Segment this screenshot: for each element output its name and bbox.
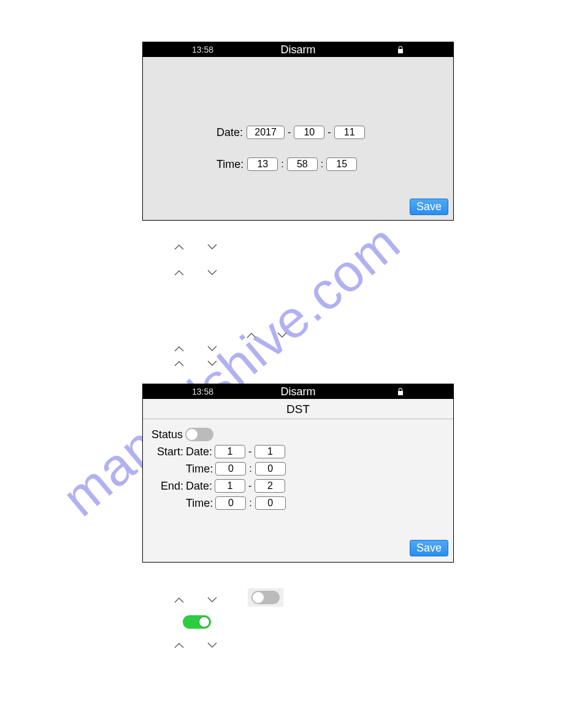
status-row: Status [151,428,445,441]
chevron-down-icon[interactable] [277,330,287,336]
date-day-field[interactable]: 11 [334,126,365,139]
separator-dash: - [245,446,255,457]
status-bar-time: 13:58 [192,45,213,55]
time-hour-field[interactable]: 13 [247,157,278,171]
time-label: Time: [186,497,213,510]
dst-status-toggle[interactable] [185,428,213,441]
start-date-month-field[interactable]: 1 [215,445,245,458]
chevron-down-icon[interactable] [207,358,217,364]
date-year-field[interactable]: 2017 [247,126,285,139]
end-date-day-field[interactable]: 2 [255,479,285,493]
separator-dash: - [285,127,294,138]
end-time-hour-field[interactable]: 0 [215,496,246,510]
date-label: Date: [186,480,212,493]
separator-colon: : [246,463,255,474]
status-bar-title: Disarm [143,385,453,398]
start-time-minute-field[interactable]: 0 [255,462,286,476]
chevron-up-icon[interactable] [174,241,184,248]
save-button[interactable]: Save [410,540,448,556]
chevron-up-icon[interactable] [174,594,184,601]
time-label: Time: [216,158,243,171]
time-second-field[interactable]: 15 [326,157,357,171]
chevron-up-icon[interactable] [174,343,184,349]
end-date-month-field[interactable]: 1 [215,479,245,493]
separator-dash: - [245,480,255,491]
dst-header: DST [143,399,453,419]
lock-icon [397,387,404,396]
date-label: Date: [216,126,243,139]
toggle-on-example [183,615,211,629]
dst-screen: 13:58 Disarm DST Status Start: Date: 1 -… [142,384,454,563]
status-bar-title: Disarm [143,44,453,56]
date-month-field[interactable]: 10 [294,126,324,139]
start-date-day-field[interactable]: 1 [255,445,285,458]
status-label: Status [151,428,183,441]
chevron-down-icon[interactable] [207,640,217,646]
date-label: Date: [186,446,212,458]
save-button[interactable]: Save [410,199,448,215]
separator-colon: : [318,159,326,170]
separator-colon: : [278,159,286,170]
chevron-up-icon[interactable] [174,358,184,364]
time-label: Time: [186,463,213,476]
date-time-screen: 13:58 Disarm Date: 2017 - 10 - 11 Time: … [142,42,454,221]
status-bar: 13:58 Disarm [143,384,453,399]
chevron-down-icon[interactable] [207,241,217,248]
start-time-hour-field[interactable]: 0 [215,462,246,476]
end-time-minute-field[interactable]: 0 [255,496,286,510]
chevron-up-icon[interactable] [174,640,184,646]
start-label: Start: [151,446,183,458]
toggle-off-example [248,588,283,607]
end-label: End: [151,480,183,493]
status-bar: 13:58 Disarm [143,42,453,57]
chevron-down-icon[interactable] [207,594,217,601]
lock-icon [397,45,404,54]
separator-colon: : [246,498,255,509]
toggle-on-icon[interactable] [183,615,211,629]
chevron-down-icon[interactable] [207,343,217,349]
separator-dash: - [324,127,334,138]
chevron-up-icon[interactable] [174,267,184,273]
chevron-down-icon[interactable] [207,267,217,273]
toggle-off-icon[interactable] [251,591,280,604]
chevron-up-icon[interactable] [247,330,256,336]
status-bar-time: 13:58 [192,387,213,396]
time-minute-field[interactable]: 58 [287,157,318,171]
